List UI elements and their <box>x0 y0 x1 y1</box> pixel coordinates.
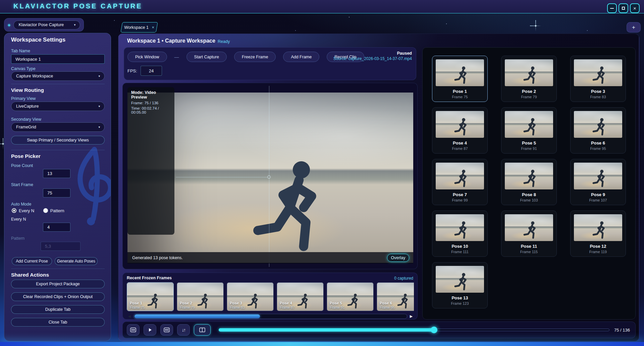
frozen-pose-name: Pose 5 <box>330 301 342 305</box>
pose-card[interactable]: Pose 9 Frame 107 <box>570 159 626 205</box>
pattern-input[interactable] <box>41 242 80 251</box>
frozen-frame-card[interactable]: Pose 1 Frame 75 <box>127 282 174 311</box>
pose-card[interactable]: Pose 13 Frame 123 <box>432 262 488 308</box>
skip-to-end-button[interactable] <box>160 324 173 336</box>
capture-source: Source: capture_2026-03-15_14-37-07.mp4 <box>333 56 412 61</box>
freeze-frame-button[interactable]: Freeze Frame <box>234 52 276 62</box>
preview-hud-overlay: Mode: Video Preview Frame: 75 / 136 Time… <box>127 87 174 235</box>
export-project-button[interactable]: Export Project Package <box>11 280 105 288</box>
pose-thumbnail <box>574 111 622 138</box>
auto-mode-label: Auto Mode <box>11 202 31 207</box>
swap-views-button[interactable]: Swap Primary / Secondary Views <box>11 136 105 145</box>
runner-figure <box>242 157 339 254</box>
fps-input[interactable] <box>141 66 162 76</box>
settings-heading: Workspace Settings <box>11 37 65 43</box>
pose-thumbnail <box>505 214 553 241</box>
minimize-button[interactable] <box>607 3 617 13</box>
canvas-type-select[interactable]: Capture Workspace ▼ <box>11 71 105 81</box>
radio-pattern[interactable] <box>43 208 48 213</box>
split-view-button[interactable] <box>194 324 211 336</box>
frozen-heading: Recent Frozen Frames <box>127 276 172 280</box>
maximize-button[interactable] <box>619 3 628 13</box>
close-tab-button[interactable]: Close Tab <box>11 318 105 327</box>
swap-views-transport-button[interactable]: ↓↑ <box>177 324 190 336</box>
pose-card[interactable]: Pose 4 Frame 87 <box>432 107 488 154</box>
pose-thumbnail <box>505 163 553 189</box>
pose-frame: Frame 103 <box>501 198 556 202</box>
runner-figure <box>246 293 262 309</box>
add-current-pose-button[interactable]: Add Current Pose <box>12 257 52 265</box>
generate-auto-poses-button[interactable]: Generate Auto Poses <box>55 257 98 265</box>
divider <box>11 150 105 150</box>
pose-card[interactable]: Pose 5 Frame 91 <box>501 107 557 154</box>
runner-figure <box>146 293 162 309</box>
tab-name-input[interactable] <box>11 54 105 64</box>
pose-card[interactable]: Pose 12 Frame 119 <box>570 211 626 257</box>
timeline-handle[interactable] <box>431 327 437 333</box>
pose-name: Pose 9 <box>571 192 626 197</box>
pose-picker-heading: Pose Picker <box>11 153 41 159</box>
toolbar-separator: — <box>174 54 179 60</box>
add-frame-button[interactable]: Add Frame <box>283 52 319 62</box>
frozen-captured-count: 0 captured <box>394 276 413 281</box>
runner-figure <box>590 66 609 84</box>
pose-card[interactable]: Pose 7 Frame 99 <box>432 159 488 205</box>
clear-clips-button[interactable]: Clear Recorded Clips + Onion Output <box>11 292 105 301</box>
pose-count-input[interactable] <box>43 169 70 178</box>
secondary-view-label: Secondary View <box>11 117 41 122</box>
pose-card[interactable]: Pose 8 Frame 103 <box>501 159 557 205</box>
pose-card[interactable]: Pose 11 Frame 115 <box>501 211 557 257</box>
frozen-frame-card[interactable]: Pose 5 Frame 91 <box>327 282 374 311</box>
skip-to-start-button[interactable] <box>127 324 140 336</box>
start-frame-input[interactable] <box>43 188 70 197</box>
overlay-toggle-button[interactable]: Overlay <box>387 254 409 262</box>
runner-figure <box>452 272 471 291</box>
runner-figure <box>521 66 540 84</box>
scroll-left-icon[interactable]: ◀ <box>127 314 132 318</box>
frozen-pose-frame: Frame 83 <box>230 305 245 309</box>
sparkle-decoration <box>530 20 541 32</box>
shared-actions-heading: Shared Actions <box>11 272 49 278</box>
workspace-panel: Workspace 1 • Capture Workspace Ready Pi… <box>118 34 639 341</box>
frozen-frame-card[interactable]: Pose 3 Frame 83 <box>227 282 274 311</box>
start-capture-button[interactable]: Start Capture <box>186 52 227 62</box>
pose-card[interactable]: Pose 10 Frame 111 <box>432 211 488 257</box>
pose-thumbnail <box>436 163 484 189</box>
runner-figure <box>590 117 609 136</box>
frozen-frame-card[interactable]: Pose 2 Frame 79 <box>177 282 224 311</box>
preview-status-message: Generated 13 pose tokens. <box>132 255 387 260</box>
divider <box>11 269 105 269</box>
app-window: KLAVIACTOR POSE CAPTURE × ◈ Klaviactor P… <box>0 0 644 346</box>
frozen-pose-frame: Frame 79 <box>180 305 195 309</box>
every-n-input[interactable] <box>43 223 70 232</box>
add-tab-button[interactable]: + <box>627 22 641 33</box>
scroll-right-icon[interactable]: ▶ <box>409 314 414 318</box>
pose-card[interactable]: Pose 3 Frame 83 <box>570 56 626 102</box>
primary-view-select[interactable]: LiveCapture ▼ <box>11 102 105 111</box>
pose-card[interactable]: Pose 2 Frame 79 <box>501 56 557 102</box>
frozen-frame-card[interactable]: Pose 4 Frame 87 <box>277 282 324 311</box>
secondary-view-select[interactable]: FrameGrid ▼ <box>11 122 105 132</box>
close-button[interactable]: × <box>630 3 640 13</box>
tab-workspace-1[interactable]: Workspace 1 × <box>120 22 158 33</box>
frozen-pose-name: Pose 1 <box>130 301 142 305</box>
skip-start-icon <box>130 328 136 332</box>
pose-count-label: Pose Count <box>11 163 33 168</box>
pose-card[interactable]: Pose 1 Frame 75 <box>432 56 488 102</box>
crosshair-center-marker[interactable] <box>267 175 271 179</box>
app-select[interactable]: Klaviactor Pose Capture ▼ <box>13 20 80 30</box>
minimize-icon <box>610 8 614 9</box>
timeline-slider[interactable] <box>219 326 609 334</box>
duplicate-tab-button[interactable]: Duplicate Tab <box>11 305 105 314</box>
frozen-scroll-thumb[interactable] <box>135 314 260 318</box>
pick-window-button[interactable]: Pick Window <box>127 52 167 62</box>
pose-card[interactable]: Pose 6 Frame 95 <box>570 107 626 154</box>
divider <box>11 84 105 84</box>
play-button[interactable] <box>144 324 156 336</box>
frozen-frame-card[interactable]: Pose 6 Frame 95 <box>377 282 414 311</box>
frozen-pose-frame: Frame 87 <box>280 305 295 309</box>
tab-close-icon[interactable]: × <box>152 25 154 30</box>
radio-every-n[interactable] <box>12 208 16 213</box>
frozen-scroll-track[interactable] <box>133 314 407 319</box>
pose-name: Pose 4 <box>432 140 487 146</box>
